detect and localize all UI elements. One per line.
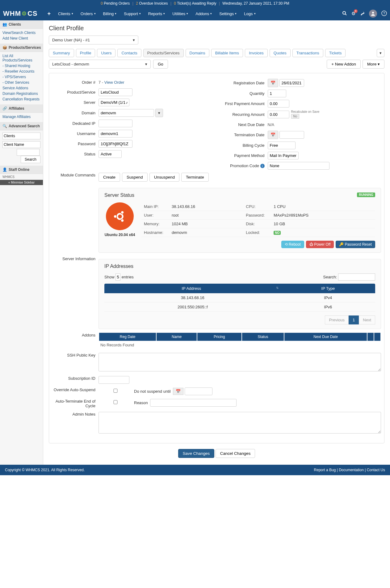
- billcycle-select[interactable]: Free: [268, 142, 296, 149]
- nav-addons[interactable]: Addons ▾: [192, 8, 216, 20]
- server-select[interactable]: DemoVM (1/1 Accounts): [99, 99, 129, 106]
- nav-support[interactable]: Support ▾: [120, 8, 145, 20]
- nav-logs[interactable]: Logs ▾: [240, 8, 259, 20]
- poweroff-button[interactable]: ⏻ Power Off: [306, 241, 334, 248]
- domain-input[interactable]: [99, 109, 154, 117]
- tab-tickets[interactable]: Tickets: [325, 49, 346, 57]
- sidebar-link[interactable]: - Reseller Accounts: [2, 69, 40, 74]
- product-select-field[interactable]: LetsCloud: [99, 88, 132, 96]
- sidebar-link[interactable]: Manage Affiliates: [2, 114, 40, 120]
- paymethod-select[interactable]: Mail In Payment: [268, 152, 299, 159]
- nav-billing[interactable]: Billing ▾: [99, 8, 120, 20]
- nav-clients[interactable]: Clients ▾: [54, 8, 77, 20]
- quick-add[interactable]: +: [44, 7, 55, 21]
- search-button[interactable]: Search: [21, 156, 40, 163]
- next-page[interactable]: Next: [359, 315, 375, 324]
- sidebar-link[interactable]: Cancellation Requests: [2, 96, 40, 102]
- settings-icon[interactable]: ⚙✕: [351, 11, 355, 16]
- ssh-key-textarea[interactable]: [99, 353, 381, 371]
- sidebar-link[interactable]: View/Search Clients: [2, 30, 40, 36]
- autoterm-checkbox[interactable]: [99, 400, 132, 404]
- search-field-select[interactable]: Client Name: [2, 141, 40, 148]
- page-1[interactable]: 1: [349, 315, 359, 324]
- tab-transactions[interactable]: Transactions: [292, 49, 323, 57]
- tab-profile[interactable]: Profile: [76, 49, 95, 57]
- nav-orders[interactable]: Orders ▾: [77, 8, 99, 20]
- reboot-button[interactable]: ⟲ Reboot: [281, 241, 304, 248]
- nav-settings[interactable]: Settings ▾: [216, 8, 240, 20]
- minimise-sidebar[interactable]: « Minimise Sidebar: [0, 180, 43, 185]
- promo-select[interactable]: None: [268, 162, 329, 170]
- subscription-id-input[interactable]: [99, 376, 129, 384]
- unsuspend-button[interactable]: Unsuspend: [149, 173, 179, 182]
- calendar-icon[interactable]: 📅: [268, 79, 278, 87]
- view-order-link[interactable]: View Order: [104, 80, 124, 85]
- search-type-select[interactable]: Clients: [2, 133, 40, 139]
- tab-users[interactable]: Users: [97, 49, 115, 57]
- sidebar-link[interactable]: - VPS/Servers: [2, 74, 40, 80]
- dedicated-ip-input[interactable]: [99, 120, 132, 127]
- go-button[interactable]: Go: [153, 60, 168, 69]
- regdate-input[interactable]: [279, 79, 304, 87]
- domain-dropdown[interactable]: ▾: [155, 109, 163, 117]
- logo[interactable]: WHM⚙CS: [3, 10, 44, 18]
- status-select[interactable]: Active: [99, 150, 122, 158]
- recur-input[interactable]: [268, 111, 289, 118]
- new-addon-button[interactable]: + New Addon: [327, 60, 361, 69]
- order-number: 7: [99, 80, 101, 85]
- footer-link[interactable]: Report a Bug: [314, 468, 336, 472]
- wrench-icon[interactable]: [360, 11, 365, 17]
- override-checkbox[interactable]: [99, 389, 132, 393]
- admin-notes-textarea[interactable]: [99, 412, 381, 434]
- tab-quotes[interactable]: Quotes: [270, 49, 291, 57]
- suspend-button[interactable]: Suspend: [122, 173, 148, 182]
- quantity-input[interactable]: [268, 90, 286, 97]
- product-select[interactable]: LetsCloud - demovm ▾: [49, 60, 151, 69]
- save-button[interactable]: Save Changes: [178, 449, 214, 458]
- ip-col-header[interactable]: IP Address⇅: [104, 284, 281, 293]
- sidebar-staff-head: 👤Staff Online: [0, 166, 43, 174]
- entries-select[interactable]: 5: [115, 273, 120, 281]
- sidebar-link[interactable]: Add New Client: [2, 36, 40, 41]
- tab-summary[interactable]: Summary: [49, 49, 74, 57]
- tab-productsservices[interactable]: Products/Services: [143, 49, 184, 57]
- calendar-icon[interactable]: 📅: [268, 131, 278, 139]
- sidebar-link[interactable]: Domain Registrations: [2, 91, 40, 96]
- nav-utilities[interactable]: Utilities ▾: [169, 8, 192, 20]
- help-icon[interactable]: ?: [381, 11, 387, 17]
- recalc-no[interactable]: No: [291, 114, 300, 119]
- username-input[interactable]: [99, 130, 132, 137]
- cancel-button[interactable]: Cancel Changes: [216, 449, 255, 458]
- nav-reports[interactable]: Reports ▾: [145, 8, 169, 20]
- tab-invoices[interactable]: Invoices: [245, 49, 268, 57]
- calendar-icon[interactable]: 📅: [173, 388, 183, 395]
- sidebar-link[interactable]: Service Addons: [2, 85, 40, 91]
- create-button[interactable]: Create: [99, 173, 120, 182]
- tab-overflow[interactable]: ▾: [377, 49, 384, 57]
- password-input[interactable]: [99, 140, 132, 148]
- ip-search-input[interactable]: [338, 273, 375, 281]
- prev-page[interactable]: Previous: [325, 315, 349, 324]
- termdate-input[interactable]: [279, 131, 304, 139]
- tab-billableitems[interactable]: Billable Items: [211, 49, 243, 57]
- tab-contacts[interactable]: Contacts: [117, 49, 141, 57]
- search-icon: 🔍: [2, 124, 7, 128]
- tab-domains[interactable]: Domains: [186, 49, 209, 57]
- firstpay-input[interactable]: [268, 100, 289, 108]
- footer-link[interactable]: Contact Us: [367, 468, 385, 472]
- client-selector[interactable]: Demo User (NA) - #1 ▾: [49, 36, 138, 44]
- autoterm-reason[interactable]: [150, 399, 237, 407]
- footer-link[interactable]: Documentation: [339, 468, 364, 472]
- override-date[interactable]: [185, 387, 212, 395]
- more-button[interactable]: More ▾: [363, 60, 384, 69]
- search-icon[interactable]: [342, 11, 347, 17]
- sidebar-link[interactable]: - Other Services: [2, 80, 40, 85]
- search-input[interactable]: [17, 149, 40, 156]
- password-reset-button[interactable]: 🔑 Password Reset: [336, 241, 375, 248]
- ip-col-header[interactable]: IP Type: [281, 284, 375, 293]
- terminate-button[interactable]: Terminate: [181, 173, 209, 182]
- sidebar-link[interactable]: - Shared Hosting: [2, 63, 40, 69]
- avatar[interactable]: [369, 10, 377, 18]
- sidebar-link[interactable]: List All Products/Services: [2, 53, 40, 63]
- info-icon[interactable]: i: [260, 164, 265, 168]
